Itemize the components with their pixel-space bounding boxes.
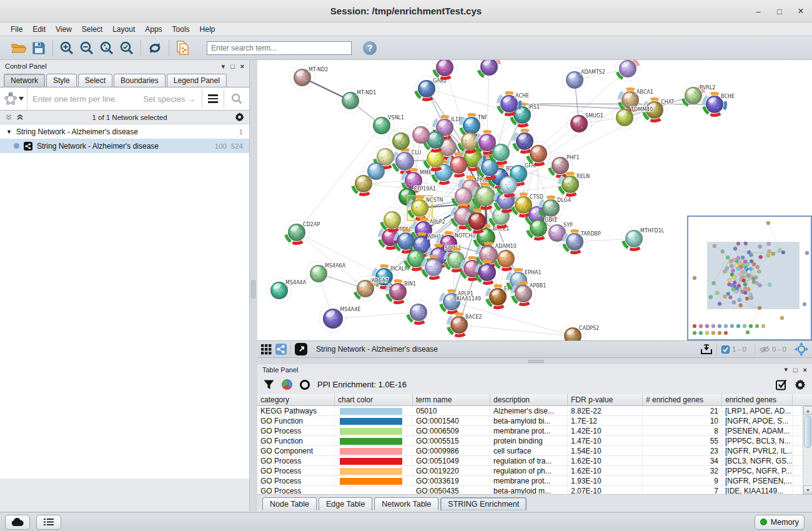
save-session-button[interactable] — [31, 40, 47, 56]
table-tab[interactable]: Node Table — [262, 497, 317, 510]
collapse-all-icon[interactable] — [5, 114, 13, 121]
panel-menu-icon[interactable]: ▾ — [784, 365, 788, 374]
gear-icon[interactable] — [235, 112, 244, 122]
zoom-out-button[interactable] — [79, 40, 95, 56]
table-row[interactable]: GO Component GO:0009986 cell surface 1.5… — [257, 446, 812, 456]
scrollbar-thumb[interactable] — [804, 415, 811, 448]
scroll-up-arrow[interactable]: ▲ — [803, 406, 812, 415]
title-bar[interactable]: Session: /tmp/enrichmentTest.cys – □ × — [0, 0, 812, 22]
network-collection-row[interactable]: ▼ String Network - Alzheimer's disease 1 — [0, 124, 249, 139]
draw-charts-icon[interactable] — [282, 379, 292, 390]
menu-item[interactable]: Tools — [168, 24, 194, 35]
filter-funnel-icon[interactable] — [264, 380, 274, 390]
scroll-down-arrow[interactable]: ▼ — [803, 485, 812, 494]
grid-view-icon[interactable] — [261, 344, 272, 355]
cell-fdr: 1.62E-10 — [568, 466, 643, 475]
string-terms-input[interactable]: Enter one term per line. — [27, 94, 143, 104]
birdseye-view-panel[interactable] — [687, 216, 812, 340]
panel-menu-icon[interactable]: ▾ — [221, 62, 225, 71]
string-search-source-selector[interactable] — [0, 87, 27, 110]
column-header[interactable]: category — [257, 394, 335, 405]
table-row[interactable]: GO Function GO:0001540 beta-amyloid bi..… — [257, 416, 812, 426]
cell-category: GO Function — [257, 436, 335, 445]
table-row[interactable]: GO Process GO:0050435 beta-amyloid m... … — [257, 486, 812, 494]
table-row[interactable]: GO Process GO:0019220 regulation of ph..… — [257, 466, 812, 476]
control-panel-tab[interactable]: Style — [46, 74, 77, 87]
control-panel-tab[interactable]: Select — [78, 74, 112, 87]
column-header[interactable]: description — [490, 394, 568, 405]
splitter-handle[interactable] — [528, 360, 544, 363]
settings-gear-icon[interactable] — [795, 379, 806, 390]
cell-description: membrane prot... — [490, 426, 568, 435]
chart-color-swatch — [340, 438, 402, 445]
control-panel-tab[interactable]: Network — [4, 74, 45, 87]
set-species-label[interactable]: Set species → — [143, 94, 202, 104]
column-header[interactable]: enriched genes — [722, 394, 793, 405]
help-button[interactable]: ? — [363, 41, 377, 55]
cell-chart-color — [335, 426, 413, 435]
table-row[interactable]: GO Process GO:0006509 membrane prot... 1… — [257, 426, 812, 436]
share-view-icon[interactable] — [275, 344, 287, 355]
splitter-handle[interactable] — [251, 280, 255, 299]
reset-charts-icon[interactable] — [300, 380, 310, 390]
select-rows-checkbox-icon[interactable] — [776, 379, 787, 390]
minimize-button[interactable]: – — [753, 7, 763, 16]
string-search-button[interactable] — [224, 93, 249, 104]
string-options-menu-icon[interactable] — [202, 94, 224, 103]
cell-fdr: 1.54E-10 — [568, 446, 643, 455]
table-scrollbar[interactable]: ▲ ▼ — [803, 406, 812, 494]
control-panel-tab[interactable]: Boundaries — [114, 74, 166, 87]
menu-item[interactable]: Help — [196, 24, 220, 35]
table-row[interactable]: GO Process GO:0051049 regulation of tra.… — [257, 456, 812, 466]
open-session-button[interactable] — [11, 40, 27, 56]
cell-genes: [NGFR, APOE, S... — [722, 416, 793, 425]
cell-description: beta-amyloid m... — [490, 486, 568, 494]
pan-compass-icon[interactable] — [795, 342, 808, 356]
column-header[interactable]: FDR p-value — [568, 394, 643, 405]
table-tab[interactable]: Edge Table — [319, 497, 372, 510]
menu-item[interactable]: Select — [77, 24, 107, 35]
menu-item[interactable]: View — [51, 24, 76, 35]
table-tab[interactable]: STRING Enrichment — [440, 497, 527, 510]
column-header[interactable]: term name — [413, 394, 490, 405]
zoom-fit-button[interactable] — [99, 40, 115, 56]
network-canvas-view[interactable] — [257, 60, 812, 340]
panel-close-icon[interactable]: × — [803, 366, 807, 374]
column-header[interactable]: # enriched genes — [643, 394, 722, 405]
menu-item[interactable]: Layout — [108, 24, 139, 35]
cell-term-name: GO:0001540 — [413, 416, 490, 425]
table-row[interactable]: GO Process GO:0033619 membrane prot... 1… — [257, 476, 812, 486]
cloud-status-button[interactable] — [5, 515, 30, 530]
network-from-file-button[interactable] — [175, 40, 191, 56]
table-tab[interactable]: Network Table — [374, 497, 438, 510]
refresh-button[interactable] — [147, 40, 163, 56]
window-title: Session: /tmp/enrichmentTest.cys — [0, 0, 812, 22]
maximize-button[interactable]: □ — [775, 7, 785, 16]
panel-close-icon[interactable]: × — [240, 62, 244, 70]
network-row[interactable]: String Network - Alzheimer's disease 100… — [0, 139, 249, 153]
menu-item[interactable]: File — [6, 24, 27, 35]
zoom-selected-button[interactable] — [119, 40, 135, 56]
network-node-count: 100 — [215, 142, 227, 150]
table-row[interactable]: GO Function GO:0005515 protein binding 1… — [257, 436, 812, 446]
export-network-icon[interactable] — [700, 344, 713, 355]
task-history-button[interactable] — [36, 515, 61, 530]
detach-view-icon[interactable] — [295, 343, 307, 355]
cell-term-name: 05010 — [413, 406, 490, 415]
cell-genes: [LRP1, APOE, AD... — [722, 406, 793, 415]
expand-all-icon[interactable] — [16, 114, 24, 121]
hidden-counts-indicator: 0 - 0 — [755, 343, 791, 355]
control-panel-tab[interactable]: Legend Panel — [167, 74, 227, 87]
birdseye-canvas[interactable] — [688, 217, 811, 339]
zoom-in-button[interactable] — [59, 40, 75, 56]
panel-float-icon[interactable]: □ — [793, 366, 798, 374]
menu-item[interactable]: Apps — [141, 24, 166, 35]
close-button[interactable]: × — [796, 6, 806, 17]
search-input[interactable] — [207, 41, 352, 55]
collection-expand-arrow[interactable]: ▼ — [6, 129, 12, 135]
column-header[interactable]: chart color — [335, 394, 413, 405]
menu-item[interactable]: Edit — [28, 24, 50, 35]
panel-float-icon[interactable]: □ — [230, 62, 235, 70]
table-row[interactable]: KEGG Pathways 05010 Alzheimer's dise... … — [257, 406, 812, 416]
memory-button[interactable]: Memory — [755, 515, 805, 530]
